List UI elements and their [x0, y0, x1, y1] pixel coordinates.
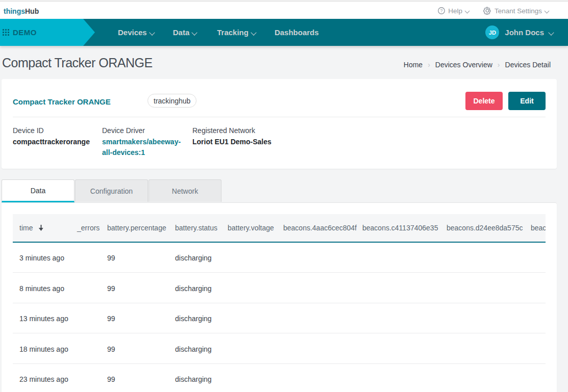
svg-text:?: ? [440, 8, 443, 13]
